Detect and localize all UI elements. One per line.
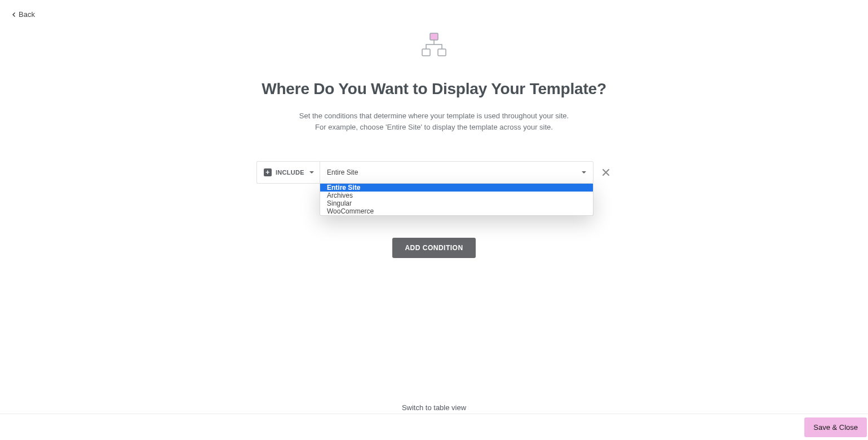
include-mode-select[interactable]: + INCLUDE bbox=[256, 161, 320, 184]
subtitle-line-1: Set the conditions that determine where … bbox=[299, 110, 569, 122]
dropdown-option-woocommerce[interactable]: WooCommerce bbox=[320, 207, 593, 215]
page-title: Where Do You Want to Display Your Templa… bbox=[262, 80, 606, 98]
condition-row: + INCLUDE Entire Site Entire Site Archiv… bbox=[256, 161, 612, 184]
location-dropdown-menu: Entire Site Archives Singular WooCommerc… bbox=[320, 184, 594, 216]
location-select-value: Entire Site bbox=[327, 168, 358, 176]
dropdown-option-archives[interactable]: Archives bbox=[320, 192, 593, 199]
page-subtitle: Set the conditions that determine where … bbox=[299, 110, 569, 133]
chevron-down-icon bbox=[582, 171, 586, 174]
main-content: Where Do You Want to Display Your Templa… bbox=[0, 0, 868, 258]
location-select[interactable]: Entire Site bbox=[320, 161, 594, 184]
svg-rect-0 bbox=[430, 33, 438, 40]
switch-table-view-link[interactable]: Switch to table view bbox=[402, 403, 466, 412]
remove-condition-button[interactable] bbox=[600, 167, 612, 178]
back-button-label: Back bbox=[19, 10, 35, 19]
dropdown-option-singular[interactable]: Singular bbox=[320, 199, 593, 207]
svg-rect-2 bbox=[438, 49, 446, 56]
svg-rect-1 bbox=[422, 49, 430, 56]
chevron-down-icon bbox=[309, 171, 314, 174]
close-icon bbox=[602, 168, 610, 176]
chevron-left-icon bbox=[11, 12, 17, 17]
dropdown-option-entire-site[interactable]: Entire Site bbox=[320, 184, 593, 192]
include-mode-label: INCLUDE bbox=[276, 169, 304, 176]
back-button[interactable]: Back bbox=[11, 10, 35, 19]
sitemap-icon bbox=[422, 33, 446, 59]
add-condition-button[interactable]: ADD CONDITION bbox=[392, 238, 475, 258]
plus-icon: + bbox=[264, 168, 272, 176]
save-close-button[interactable]: Save & Close bbox=[804, 417, 867, 437]
subtitle-line-2: For example, choose 'Entire Site' to dis… bbox=[299, 122, 569, 133]
footer: Switch to table view Save & Close bbox=[0, 414, 868, 440]
